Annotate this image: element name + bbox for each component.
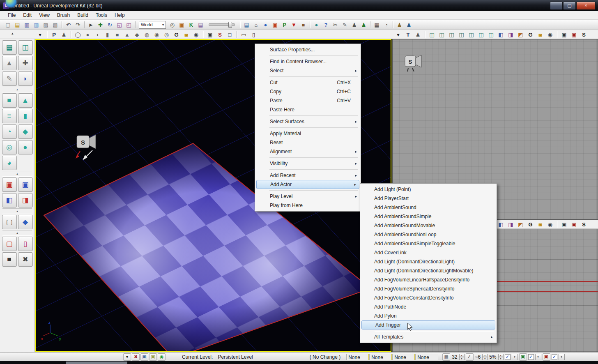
menu-item-add-actor[interactable]: Add Actor▸ xyxy=(256,180,359,189)
show-eye-icon[interactable]: ◉ xyxy=(191,30,201,39)
status-checkbox-2[interactable]: ✓ xyxy=(528,354,534,360)
show-flags-icon[interactable]: G xyxy=(526,30,535,39)
player-blue-icon[interactable]: ♟ xyxy=(404,20,414,29)
spin-up-icon[interactable]: ▲ xyxy=(459,354,465,357)
status-dropdown-3[interactable]: ▾ xyxy=(559,354,565,360)
viewport-options-icon[interactable]: ▾ xyxy=(35,30,45,39)
delete-brush-button[interactable]: ✖ xyxy=(18,252,33,267)
show-volumes-icon[interactable]: ▮ xyxy=(103,30,112,39)
scale-tool-icon[interactable]: ◱ xyxy=(115,20,124,29)
show-brushes-icon[interactable]: ◯ xyxy=(73,30,83,39)
show-cube-9-icon[interactable]: ◨ xyxy=(506,30,515,39)
unlit-mode-icon[interactable]: □ xyxy=(225,30,235,39)
top-view-label-icon[interactable]: T xyxy=(403,30,413,39)
squint-mode-icon[interactable]: S xyxy=(215,30,225,39)
status-dropdown-2[interactable]: ▾ xyxy=(535,354,541,360)
cone-builder-button[interactable]: ▲ xyxy=(18,93,33,108)
spin-down-icon[interactable]: ▼ xyxy=(498,357,504,360)
maximize-button[interactable]: ▢ xyxy=(563,2,576,10)
special-brush-button[interactable]: ■ xyxy=(2,252,17,267)
edit-tool-icon[interactable]: ✎ xyxy=(340,20,350,29)
show-cube-7-icon[interactable]: ◫ xyxy=(486,30,496,39)
panel-group-divider[interactable]: ▴ xyxy=(2,171,32,177)
add-actor-toolbar-icon[interactable]: ♟ xyxy=(359,20,368,29)
ambient-sound-actor-icon[interactable]: S xyxy=(403,52,428,76)
import-map-icon[interactable]: ▧ xyxy=(41,20,51,29)
play-in-editor-icon[interactable]: P xyxy=(280,20,289,29)
autosave-clock-icon[interactable]: ◔ xyxy=(382,20,391,29)
show-paths-icon[interactable]: ◉ xyxy=(152,30,161,39)
show-cube-10-icon[interactable]: ◩ xyxy=(516,30,525,39)
camera-mode-button[interactable]: ◫ xyxy=(18,40,33,55)
menu-item-add-ambientsoundmovable[interactable]: Add AmbientSoundMovable xyxy=(361,221,496,230)
camera-2-icon[interactable]: ▣ xyxy=(569,30,579,39)
show-cube-6-icon[interactable]: ◫ xyxy=(476,30,486,39)
undo-icon[interactable]: ↶ xyxy=(64,20,73,29)
show-cube-1-icon[interactable]: ◫ xyxy=(427,30,437,39)
build-error-icon[interactable]: ✖ xyxy=(132,353,140,361)
spin-up-icon[interactable]: ▲ xyxy=(482,354,488,357)
show-eye-icon[interactable]: ◉ xyxy=(545,30,555,39)
menu-item-all-templates[interactable]: All Templates▸ xyxy=(361,332,496,341)
camera-speed-icon[interactable]: ▣ xyxy=(205,30,215,39)
actor-info-cell[interactable]: None xyxy=(346,354,369,360)
show-cube-8-icon[interactable]: ◧ xyxy=(496,220,506,229)
menu-item-visibility[interactable]: Visibility▸ xyxy=(256,159,360,168)
menu-item-alignment[interactable]: Alignment▸ xyxy=(256,147,360,156)
panel-group-divider[interactable]: ▴ xyxy=(2,87,32,92)
lock-viewport-icon[interactable]: ◙ xyxy=(182,30,191,39)
volume-builder-button[interactable]: ◕ xyxy=(2,156,17,170)
online-globe-icon[interactable]: ● xyxy=(312,20,321,29)
status-checkbox-3[interactable]: ✓ xyxy=(552,354,557,360)
menu-item-select-surfaces[interactable]: Select Surfaces▸ xyxy=(256,117,360,126)
camera-lock-icon[interactable]: ▯ xyxy=(249,30,258,39)
player-brown-icon[interactable]: ♟ xyxy=(395,20,404,29)
grid-view-icon[interactable]: ▦ xyxy=(372,20,382,29)
content-browser-icon[interactable]: ▤ xyxy=(196,20,205,29)
status-dropdown-1[interactable]: ▾ xyxy=(512,354,518,360)
squint-mode-icon[interactable]: S xyxy=(579,30,589,39)
menu-item-add-ambientsoundsimpletoggleable[interactable]: Add AmbientSoundSimpleToggleable xyxy=(361,239,496,248)
brush-clip-button[interactable]: ◆ xyxy=(18,215,33,229)
sheet-builder-button[interactable]: ◆ xyxy=(18,124,33,139)
menu-item-add-fogvolumesphericaldensityinfo[interactable]: Add FogVolumeSphericalDensityInfo xyxy=(361,284,496,293)
titlebar[interactable]: U Untitled - Unreal Development Kit (32-… xyxy=(0,0,598,11)
game-view-icon[interactable]: ♟ xyxy=(413,30,423,39)
menu-item-add-recent[interactable]: Add Recent▸ xyxy=(256,171,360,180)
actor-info-cell[interactable]: None xyxy=(369,354,392,360)
material-editor-icon[interactable]: ▣ xyxy=(270,20,280,29)
panel-group-divider[interactable]: ▴ xyxy=(2,208,32,214)
menu-item-select[interactable]: Select▸ xyxy=(256,66,360,75)
fullscreen-icon[interactable]: ▣ xyxy=(177,20,186,29)
viewport-options-icon[interactable]: ▾ xyxy=(393,30,403,39)
autosave-spinner[interactable]: ▲▼ xyxy=(498,354,504,360)
csg-deintersect-button[interactable]: ◨ xyxy=(18,193,33,207)
menu-item-add-playerstart[interactable]: Add PlayerStart xyxy=(361,194,496,203)
open-map-icon[interactable]: ▤ xyxy=(13,20,22,29)
package-icon[interactable]: ■ xyxy=(299,20,308,29)
paths-status-icon[interactable]: ▣ xyxy=(149,353,157,361)
menu-item-add-ambientsoundnonloop[interactable]: Add AmbientSoundNonLoop xyxy=(361,230,496,239)
rotation-grid-spinner[interactable]: ▲▼ xyxy=(482,354,488,360)
perspective-label-icon[interactable]: P xyxy=(49,30,59,39)
content-browser-button[interactable]: ▤ xyxy=(2,40,17,55)
red-builder-cube-button[interactable]: ▢ xyxy=(2,237,17,251)
translate-tool-icon[interactable]: ✚ xyxy=(96,20,105,29)
network-status-icon[interactable]: ◉ xyxy=(158,353,166,361)
show-decals-icon[interactable]: ◎ xyxy=(162,30,171,39)
lighting-status-icon[interactable]: ▣ xyxy=(140,353,148,361)
menu-item-add-fogvolumeconstantdensityinfo[interactable]: Add FogVolumeConstantDensityInfo xyxy=(361,293,496,302)
menu-edit[interactable]: Edit xyxy=(19,11,35,19)
menu-view[interactable]: View xyxy=(35,11,53,19)
matinee-preview-icon[interactable]: ▭ xyxy=(239,30,248,39)
windows-taskbar[interactable] xyxy=(0,361,598,364)
panel-collapse-icon[interactable]: ▴ xyxy=(12,31,14,35)
coordinate-system-select[interactable]: World▾ xyxy=(139,21,166,29)
taskbar-item[interactable] xyxy=(66,362,127,364)
export-map-icon[interactable]: ▨ xyxy=(51,20,60,29)
menu-item-find-in-content-browser[interactable]: Find in Content Browser... xyxy=(256,57,360,66)
show-meshes-icon[interactable]: ● xyxy=(83,30,92,39)
brush-wand-button[interactable]: ✎ xyxy=(2,71,17,86)
show-cube-2-icon[interactable]: ◫ xyxy=(437,30,446,39)
cut-tool-icon[interactable]: ✂ xyxy=(331,20,340,29)
